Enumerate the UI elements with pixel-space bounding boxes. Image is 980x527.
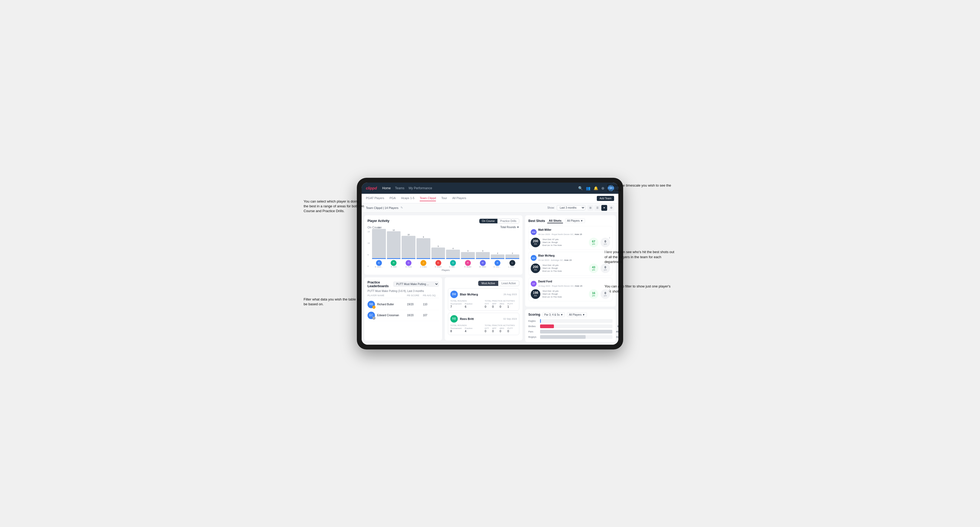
- subnav-team-clippd[interactable]: Team Clippd: [420, 195, 436, 201]
- bar-avatar: B: [376, 260, 382, 266]
- nav-link-performance[interactable]: My Performance: [409, 185, 432, 191]
- practice-group: Total Practice Activities GTT 0 APP 0 AR…: [485, 300, 517, 308]
- shot-badge-label: SG: [534, 295, 537, 297]
- bar-group: 9 J J. Coles: [417, 236, 430, 268]
- annotation-player-select: You can select which player is doing the…: [304, 199, 365, 214]
- par-filter[interactable]: Par 3, 4 & 5s ▼: [542, 313, 565, 317]
- shot-metric-dist: 43 yds: [589, 264, 598, 273]
- bar-value: 2: [497, 252, 498, 254]
- practice-drills-toggle[interactable]: Practice Drills: [498, 219, 519, 223]
- users-icon[interactable]: 👥: [586, 186, 590, 190]
- total-rounds-dropdown[interactable]: Total Rounds ▼: [500, 226, 519, 229]
- shots-tabs: All Shots: [547, 219, 563, 223]
- heart-view-button[interactable]: ♥: [601, 205, 607, 211]
- y-val-10: 10: [368, 242, 370, 244]
- scoring-player-filter[interactable]: All Players ▼: [567, 313, 587, 317]
- list-view-button[interactable]: ☰: [594, 205, 600, 211]
- grid-view-button[interactable]: ⊞: [587, 205, 593, 211]
- bar-fill[interactable]: [417, 238, 430, 259]
- least-active-button[interactable]: Least Active: [498, 281, 519, 286]
- shot-card[interactable]: MM Matt Miller 09 Jun 2023 · Royal North…: [528, 226, 612, 250]
- shot-card[interactable]: BM Blair McHarg 23 Jul 2023 · Ashridge G…: [528, 252, 612, 275]
- bar-fill[interactable]: [491, 254, 504, 259]
- chevron-right-icon: ›: [609, 236, 610, 240]
- subnav-pgat[interactable]: PGAT Players: [366, 195, 384, 201]
- active-player-avatar: BM: [450, 290, 458, 298]
- bar-label: E. Crossman: [493, 266, 501, 268]
- plus-circle-icon[interactable]: ⊕: [601, 186, 605, 190]
- shot-hole: Hole 15: [575, 233, 582, 236]
- leaderboard-columns: PLAYER NAME PB SCORE PB AVG SQ: [368, 294, 439, 298]
- bar-fill[interactable]: [431, 248, 445, 259]
- shot-badge: 198 SG: [531, 289, 540, 299]
- shot-hole: Hole 15: [564, 259, 572, 261]
- shot-player-row: BM Blair McHarg 23 Jul 2023 · Ashridge G…: [531, 254, 610, 262]
- rounds-sub: Tournament 8 Practice 4: [450, 327, 482, 333]
- chevron-right-icon: ›: [609, 262, 610, 265]
- bar-label: G. Billingham: [449, 266, 457, 268]
- subnav-hcaps[interactable]: Hcaps 1-5: [401, 195, 414, 201]
- bar-fill[interactable]: [506, 254, 519, 259]
- scoring-card: Scoring Par 3, 4 & 5s ▼ All Players ▼: [525, 309, 616, 342]
- settings-view-button[interactable]: ⚙: [608, 205, 614, 211]
- shot-metric-zero: 0 yds: [600, 238, 610, 247]
- bar-group: 2 E E. Crossman: [491, 252, 504, 268]
- drill-selector[interactable]: PUTT Must Make Putting ...: [393, 282, 439, 287]
- bar-group: 10 D D. Ford: [402, 234, 415, 268]
- shot-zero-value: 0: [605, 291, 606, 295]
- nav-link-home[interactable]: Home: [382, 185, 391, 191]
- search-icon[interactable]: 🔍: [578, 186, 583, 190]
- tablet-frame: clippd Home Teams My Performance 🔍 👥 🔔 ⊕…: [357, 178, 623, 349]
- active-toggle: Most Active Least Active: [478, 281, 519, 286]
- player-avg: 107: [423, 314, 439, 317]
- player-act-header: RB Rees Britt 02 Sep 2023: [450, 315, 517, 322]
- nav-link-teams[interactable]: Teams: [395, 185, 404, 191]
- logo: clippd: [366, 186, 377, 190]
- shot-card[interactable]: DF David Ford 24 Aug 2023 · Royal North …: [528, 278, 612, 301]
- sub-nav: PGAT Players PGA Hcaps 1-5 Team Clippd T…: [362, 194, 618, 203]
- bottom-grid: Practice Leaderboards PUTT Must Make Put…: [364, 277, 522, 340]
- bar-fill[interactable]: [387, 231, 401, 259]
- all-players-filter[interactable]: All Players ▼: [565, 219, 585, 223]
- shot-badge: 200 SG: [531, 264, 540, 273]
- practice-sub: GTT 0 APP 0 ARG 0 PUTT 1: [485, 303, 517, 308]
- bar-fill[interactable]: [476, 252, 490, 259]
- subnav-all-players[interactable]: All Players: [452, 195, 466, 201]
- rounds-group: Total Rounds Tournament 8 Practice 4: [450, 324, 482, 333]
- edit-icon[interactable]: ✎: [401, 206, 403, 210]
- bar-chart-area: 15 10 5 0 13 B B. McHarg 12: [368, 230, 519, 271]
- most-active-button[interactable]: Most Active: [478, 281, 498, 286]
- subnav-tour[interactable]: Tour: [441, 195, 447, 201]
- left-column: Player Activity On Course Practice Drill…: [364, 215, 522, 342]
- bar-avatar: G: [450, 260, 456, 266]
- time-filter-select[interactable]: Last 3 months: [557, 205, 585, 210]
- bar-group: 3 R R. Butler: [461, 250, 475, 268]
- scoring-bars: Eagles 3 Birdies 96 Pars 499 Bogeys 315: [528, 319, 612, 339]
- annotation-filter: Filter what data you wish the table to b…: [304, 297, 362, 306]
- bar-fill[interactable]: [372, 229, 386, 259]
- act-stats-grid: Total Rounds Tournament 8 Practice 4 Tot…: [450, 324, 517, 333]
- active-player-name: Rees Britt: [460, 317, 474, 321]
- scoring-row-label: Pars: [528, 330, 538, 333]
- scoring-bar-fill: [540, 330, 612, 333]
- shot-player-avatar: BM: [531, 255, 536, 261]
- add-team-button[interactable]: Add Team: [597, 196, 614, 201]
- bell-icon[interactable]: 🔔: [593, 186, 598, 190]
- leaderboard-row: RB 1 Richard Butler 19/20 110: [368, 299, 439, 310]
- shot-dist-value: 43: [592, 266, 595, 269]
- leaderboard-row: EC 2 Edward Crossman 18/20 107: [368, 310, 439, 321]
- scoring-bar-wrap: 315: [540, 335, 612, 339]
- shot-zero-unit: yds: [604, 295, 607, 297]
- bar-fill[interactable]: [402, 236, 415, 259]
- team-header: Team Clippd | 14 Players ✎ Show: Last 3 …: [362, 203, 618, 213]
- bar-fill[interactable]: [461, 252, 475, 259]
- subnav-pga[interactable]: PGA: [390, 195, 396, 201]
- bar-fill[interactable]: [446, 250, 460, 259]
- shot-player-info: Blair McHarg 23 Jul 2023 · Ashridge GC, …: [538, 254, 571, 262]
- all-shots-tab[interactable]: All Shots: [547, 219, 563, 223]
- view-icons: ⊞ ☰ ♥ ⚙: [587, 205, 614, 211]
- scoring-row: Birdies 96: [528, 324, 612, 328]
- player-avatar: RB 1: [368, 301, 375, 308]
- on-course-toggle[interactable]: On Course: [479, 219, 498, 223]
- rounds-label: Total Rounds: [450, 300, 482, 302]
